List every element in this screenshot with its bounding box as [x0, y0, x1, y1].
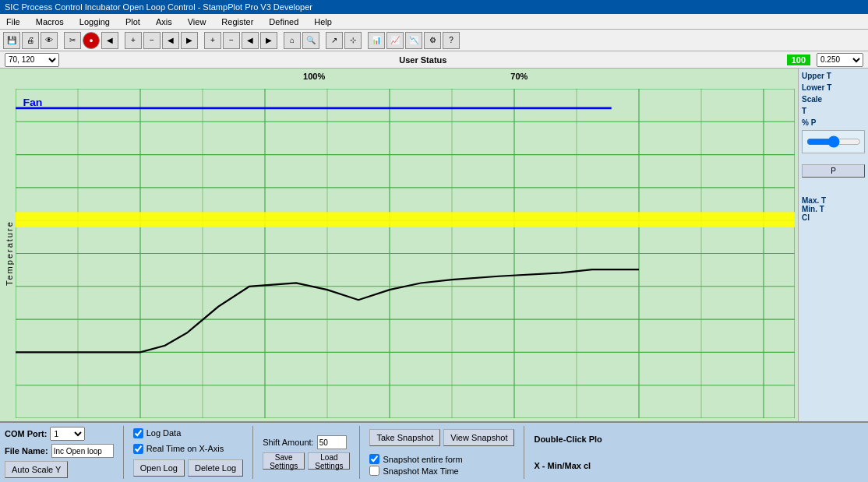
clear-label: Cl [802, 213, 865, 222]
main-area: 100% 70% Temperature [0, 69, 868, 421]
x-minmax-label: X - Min/Max cl [534, 461, 863, 470]
com-port-row: COM Port: 1 [5, 427, 114, 441]
divider2 [252, 426, 253, 479]
tb-cursor2[interactable]: ⊹ [344, 32, 362, 49]
menu-register[interactable]: Register [218, 16, 256, 28]
tb-print[interactable]: 🖨 [22, 32, 39, 49]
chart-svg: Fan 0.00 50.00 100.00 150.00 200.00 250.… [16, 89, 795, 418]
tb-new[interactable]: 💾 [3, 32, 20, 49]
log-data-row: Log Data [133, 428, 244, 438]
delete-log-button[interactable]: Delete Log [188, 459, 243, 477]
t-label: T [802, 107, 865, 115]
snap-col: Take Snapshot View Snapshot Snapshot ent… [369, 426, 514, 479]
save-settings-button[interactable]: SaveSettings [263, 452, 305, 470]
tb-plus2[interactable]: + [204, 32, 221, 49]
snap-checks: Snapshot entire form Snapshot Max Time [369, 454, 514, 476]
right-panel: Upper T Lower T Scale T % P P Max. T Min… [798, 69, 868, 421]
tb-chart1[interactable]: 📊 [368, 32, 385, 49]
slider-area[interactable] [802, 130, 865, 153]
snapshot-entire-label: Snapshot entire form [383, 455, 462, 464]
rp-button[interactable]: P [802, 164, 865, 178]
auto-scale-button[interactable]: Auto Scale Y [5, 461, 68, 478]
status-value: 100 [787, 55, 810, 65]
chart-inner[interactable]: Fan 0.00 50.00 100.00 150.00 200.00 250.… [16, 89, 795, 418]
menu-plot[interactable]: Plot [122, 16, 143, 28]
toolbar: 💾 🖨 👁 ✂ ● ◀ + − ◀ ▶ + − ◀ ▶ ⌂ 🔍 ↗ ⊹ 📊 📈 … [0, 30, 868, 51]
tb-chart3[interactable]: 📉 [405, 32, 422, 49]
svg-rect-26 [16, 212, 795, 227]
tb-cursor[interactable]: ↗ [326, 32, 343, 49]
chart-wrapper: Temperature [3, 75, 795, 418]
shift-amount-input[interactable] [317, 435, 347, 449]
snapshot-entire-checkbox[interactable] [369, 454, 379, 464]
view-snapshot-button[interactable]: View Snapshot [443, 429, 514, 446]
snapshot-max-label: Snapshot Max Time [383, 466, 458, 476]
pct-p-label: % P [802, 118, 865, 127]
snapshot-max-checkbox[interactable] [369, 466, 379, 476]
log-data-label: Log Data [146, 428, 182, 438]
tb-settings[interactable]: ⚙ [424, 32, 441, 49]
tb-help[interactable]: ? [443, 32, 460, 49]
tb-circle[interactable]: ● [83, 32, 100, 49]
com-port-select[interactable]: 1 [50, 427, 85, 441]
menu-file[interactable]: File [3, 16, 23, 28]
tb-left1[interactable]: ◀ [162, 32, 179, 49]
log-data-checkbox[interactable] [133, 428, 143, 438]
tb-right2[interactable]: ▶ [260, 32, 277, 49]
com-file-col: COM Port: 1 File Name: Auto Scale Y [5, 426, 114, 479]
divider3 [359, 426, 360, 479]
divider1 [123, 426, 124, 479]
max-t-label: Max. T [802, 196, 865, 205]
tb-cut[interactable]: ✂ [64, 32, 81, 49]
tb-chart2[interactable]: 📈 [386, 32, 404, 49]
min-t-label: Min. T [802, 205, 865, 213]
menu-help[interactable]: Help [311, 16, 335, 28]
menu-logging[interactable]: Logging [76, 16, 113, 28]
snapshot-entire-row: Snapshot entire form [369, 454, 514, 464]
real-time-checkbox[interactable] [133, 444, 143, 454]
tb-back[interactable]: ◀ [101, 32, 118, 49]
coord-select[interactable]: 70, 120 [5, 53, 59, 67]
menu-axis[interactable]: Axis [153, 16, 175, 28]
log-col: Log Data Real Time on X-Axis Open Log De… [133, 426, 244, 479]
divider4 [524, 426, 524, 479]
tb-home[interactable]: ⌂ [284, 32, 301, 49]
snap-btns: Take Snapshot View Snapshot [369, 429, 514, 446]
com-port-label: COM Port: [5, 429, 47, 438]
save-load-row: SaveSettings LoadSettings [263, 452, 350, 470]
title-text: SIC Process Control Incubator Open Loop … [5, 2, 312, 12]
chart-container: 100% 70% Temperature [0, 69, 798, 421]
dbl-col: Double-Click Plo X - Min/Max cl [534, 426, 863, 479]
svg-text:Fan: Fan [23, 97, 42, 107]
chart-title-100: 100% [303, 72, 325, 81]
real-time-label: Real Time on X-Axis [146, 444, 224, 453]
tb-minus1[interactable]: − [143, 32, 161, 49]
open-log-row: Open Log Delete Log [133, 459, 244, 477]
status-bar: 70, 120 User Status 100 0.250 [0, 51, 868, 69]
tb-minus2[interactable]: − [223, 32, 240, 49]
tb-left2[interactable]: ◀ [242, 32, 259, 49]
scale-label: Scale [802, 95, 865, 104]
load-settings-button[interactable]: LoadSettings [308, 452, 350, 470]
bottom-panel: COM Port: 1 File Name: Auto Scale Y Log … [0, 421, 868, 482]
menu-bar: File Macros Logging Plot Axis View Regis… [0, 14, 868, 30]
zoom-select[interactable]: 0.250 [817, 53, 863, 67]
menu-view[interactable]: View [185, 16, 210, 28]
slider[interactable] [806, 135, 861, 148]
menu-macros[interactable]: Macros [33, 16, 67, 28]
snapshot-max-row: Snapshot Max Time [369, 466, 514, 476]
tb-plus1[interactable]: + [125, 32, 142, 49]
title-bar: SIC Process Control Incubator Open Loop … [0, 0, 868, 14]
take-snapshot-button[interactable]: Take Snapshot [369, 429, 440, 446]
tb-right1[interactable]: ▶ [181, 32, 198, 49]
file-name-input[interactable] [51, 444, 114, 458]
shift-col: Shift Amount: SaveSettings LoadSettings [263, 426, 350, 479]
lower-t-label: Lower T [802, 83, 865, 92]
shift-amount-label: Shift Amount: [263, 438, 313, 447]
menu-defined[interactable]: Defined [266, 16, 302, 28]
tb-zoom[interactable]: 🔍 [302, 32, 319, 49]
file-name-row: File Name: [5, 444, 114, 458]
tb-eye[interactable]: 👁 [41, 32, 58, 49]
open-log-button[interactable]: Open Log [133, 459, 185, 477]
upper-t-label: Upper T [802, 72, 865, 80]
